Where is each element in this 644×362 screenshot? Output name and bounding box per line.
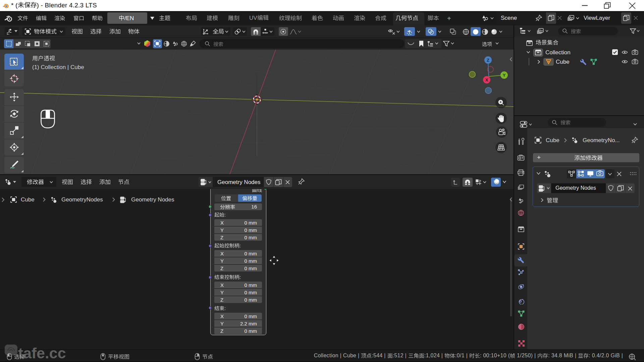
svg-text:Y: Y — [503, 73, 506, 78]
svg-text:X: X — [485, 77, 488, 82]
svg-text:Z: Z — [487, 58, 489, 63]
